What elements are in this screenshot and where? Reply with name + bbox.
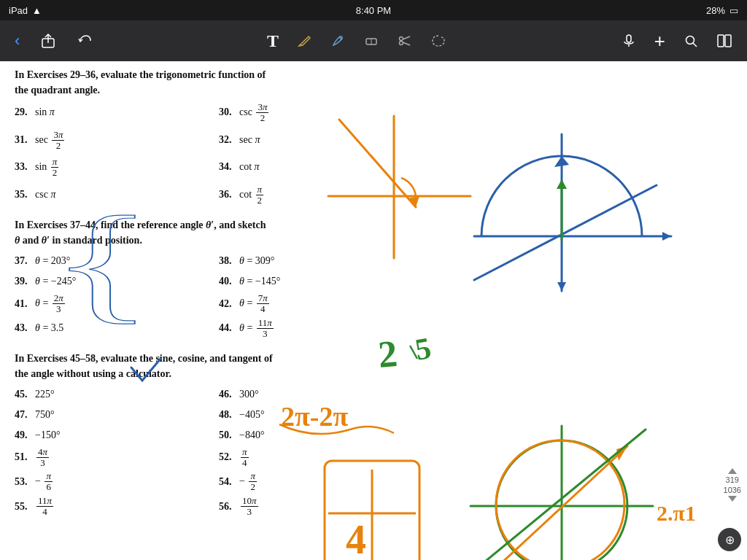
search-button[interactable]	[680, 30, 702, 52]
ex-num-55: 55.	[15, 498, 35, 516]
ex-num-34: 34.	[219, 158, 239, 176]
svg-marker-42	[616, 446, 627, 461]
device-label: iPad	[9, 5, 28, 16]
svg-marker-25	[554, 156, 569, 167]
section2-title: In Exercises 37–44, find the reference a…	[15, 217, 438, 248]
lasso-button[interactable]	[427, 30, 449, 52]
content-area: In Exercises 29–36, evaluate the trigono…	[0, 61, 747, 560]
ex-num-44: 44.	[219, 319, 239, 337]
zoom-icon: ⊕	[725, 533, 735, 547]
battery-percent: 28%	[706, 5, 725, 16]
exercises-text: In Exercises 29–36, evaluate the trigono…	[0, 61, 452, 526]
exercise-row-43-44: 43. θ = 3.5 44. θ = 11π3	[15, 318, 438, 340]
back-button[interactable]: ‹	[12, 28, 23, 53]
ex-num-45: 45.	[15, 386, 35, 403]
page-total: 1036	[724, 486, 741, 494]
ex-num-35: 35.	[15, 186, 35, 203]
svg-marker-28	[557, 179, 567, 189]
battery-icon: ▭	[729, 5, 738, 16]
text-tool-button[interactable]: T	[264, 28, 282, 54]
exercise-row-41-42: 41. θ = 2π3 42. θ = 7π4	[15, 293, 438, 315]
svg-text:2.π1: 2.π1	[657, 501, 696, 525]
ex-num-33: 33.	[15, 158, 35, 176]
pencil-button[interactable]	[293, 30, 315, 52]
exercise-row-29-30: 29. sin π 30. csc 3π2	[15, 102, 438, 124]
ex-num-40: 40.	[219, 273, 239, 290]
ex-num-36: 36.	[219, 186, 239, 203]
orange-annotation-bottom-right: 2.π1	[657, 501, 696, 525]
add-button[interactable]: +	[651, 27, 668, 55]
ex-num-50: 50.	[219, 427, 239, 444]
svg-line-26	[474, 185, 657, 280]
svg-line-41	[496, 446, 627, 560]
undo-button[interactable]	[74, 30, 96, 52]
exercise-row-53-54: 53. − π6 54. − π2	[15, 471, 438, 493]
share-button[interactable]	[37, 30, 59, 52]
ex-num-47: 47.	[15, 406, 35, 424]
svg-point-40	[496, 440, 624, 560]
scissors-button[interactable]	[394, 30, 416, 52]
exercise-row-45-46: 45. 225° 46. 300°	[15, 386, 438, 403]
ex-num-51: 51.	[15, 448, 35, 466]
ex-num-49: 49.	[15, 427, 35, 444]
ex-num-31: 31.	[15, 131, 35, 149]
scroll-up-button[interactable]	[728, 468, 737, 474]
ex-num-30: 30.	[219, 104, 239, 121]
exercise-row-35-36: 35. csc π 36. cot π2	[15, 184, 438, 206]
svg-rect-10	[627, 35, 631, 42]
exercise-row-37-38: 37. θ = 203° 38. θ = 309°	[15, 252, 438, 270]
svg-marker-22	[662, 232, 671, 241]
svg-point-6	[400, 37, 403, 41]
svg-point-7	[400, 42, 403, 45]
svg-rect-15	[725, 35, 731, 47]
section3-title: In Exercises 45–58, evaluate the sine, c…	[15, 351, 438, 381]
ex-num-56: 56.	[219, 498, 239, 516]
ex-num-38: 38.	[219, 252, 239, 270]
exercise-row-55-56: 55. 11π4 56. 10π3	[15, 496, 438, 518]
blue-drawing-top	[474, 134, 671, 291]
ex-num-41: 41.	[15, 295, 35, 313]
green-circle-drawing	[471, 426, 657, 560]
toolbar: ‹ T	[0, 20, 747, 61]
ex-num-37: 37.	[15, 252, 35, 270]
scroll-down-button[interactable]	[728, 496, 737, 502]
exercise-row-47-48: 47. 750° 48. −405°	[15, 406, 438, 424]
ex-num-32: 32.	[219, 131, 239, 149]
wifi-icon: ▲	[32, 5, 42, 16]
svg-line-9	[403, 42, 410, 45]
ex-num-48: 48.	[219, 406, 239, 424]
ex-num-43: 43.	[15, 319, 35, 337]
ex-num-42: 42.	[219, 295, 239, 313]
exercise-row-33-34: 33. sin π2 34. cot π	[15, 157, 438, 179]
pen-button[interactable]	[327, 30, 349, 52]
ex-num-46: 46.	[219, 386, 239, 403]
status-bar: iPad ▲ 8:40 PM 28% ▭	[0, 0, 747, 20]
exercise-row-31-32: 31. sec 3π2 32. sec π	[15, 130, 438, 152]
svg-point-37	[496, 440, 627, 560]
ex-num-53: 53.	[15, 473, 35, 491]
time-display: 8:40 PM	[356, 5, 391, 16]
scroll-indicators: 319 1036	[724, 468, 741, 502]
exercise-row-39-40: 39. θ = −245° 40. θ = −145°	[15, 273, 438, 290]
zoom-button[interactable]: ⊕	[718, 528, 741, 551]
svg-point-12	[686, 36, 694, 44]
ex-num-54: 54.	[219, 473, 239, 491]
exercise-row-51-52: 51. 4π3 52. π4	[15, 447, 438, 469]
ex-num-29: 29.	[15, 104, 35, 121]
ex-num-52: 52.	[219, 448, 239, 466]
microphone-button[interactable]	[618, 30, 640, 52]
svg-line-13	[693, 43, 697, 47]
page-current: 319	[726, 475, 739, 484]
svg-line-44	[473, 429, 646, 560]
pages-button[interactable]	[713, 30, 735, 52]
section1-title: In Exercises 29–36, evaluate the trigono…	[15, 67, 438, 98]
eraser-button[interactable]	[360, 30, 382, 52]
svg-marker-24	[557, 282, 566, 291]
svg-rect-14	[718, 35, 724, 47]
exercise-row-49-50: 49. −150° 50. −840°	[15, 427, 438, 444]
svg-line-8	[403, 36, 410, 39]
ex-num-39: 39.	[15, 273, 35, 290]
